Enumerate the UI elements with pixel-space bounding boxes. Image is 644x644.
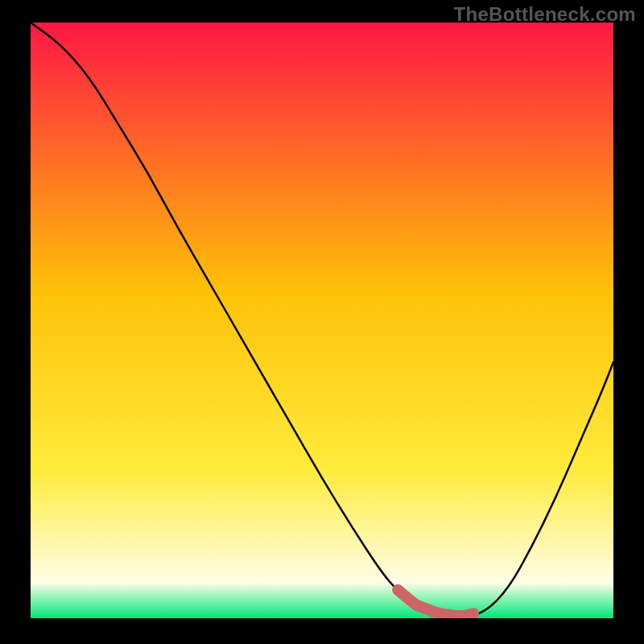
chart-background bbox=[31, 23, 613, 618]
chart-frame: TheBottleneck.com bbox=[0, 0, 644, 644]
bottleneck-plot bbox=[31, 23, 613, 618]
plot-area bbox=[31, 23, 613, 618]
